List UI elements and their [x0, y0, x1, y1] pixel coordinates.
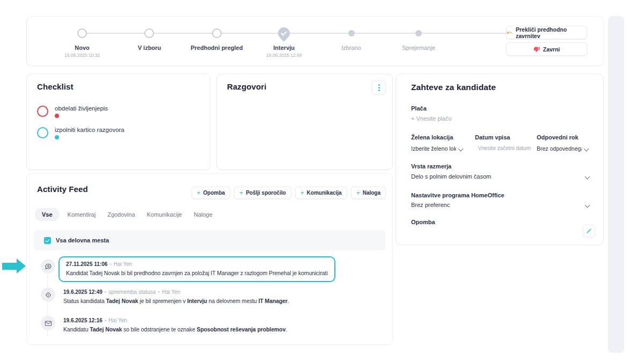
checklist-item-badge — [55, 114, 59, 118]
salary-add-field[interactable]: + Vnesite plačo — [411, 115, 452, 122]
stepper-step-label: Predhodni pregled — [182, 45, 252, 51]
checklist-item-label: obdelati življenjepis — [55, 105, 108, 112]
stepper-step-future[interactable]: Izbrano — [317, 25, 386, 51]
button-label: Naloga — [363, 190, 380, 196]
scrollbar-track[interactable] — [608, 16, 624, 353]
interviews-card: Razgovori — [216, 73, 393, 170]
feed-item[interactable]: 19.6.2025 12:16•Hai YenKandidatu Tadej N… — [63, 317, 287, 333]
checklist-card: Checklist obdelati življenjepisizpolniti… — [26, 73, 210, 170]
plus-icon: + — [239, 189, 243, 197]
checklist-item-body: obdelati življenjepis — [55, 105, 108, 118]
chat-bubble-icon — [41, 259, 55, 274]
tab-komunikacije[interactable]: Komunikacije — [141, 208, 188, 221]
annotation-arrow-icon — [2, 258, 26, 274]
interviews-menu-button[interactable] — [372, 80, 386, 94]
plus-icon: + — [197, 189, 201, 197]
feed-item-meta: Hai Yen — [108, 317, 127, 323]
chevron-down-icon — [584, 146, 589, 151]
chevron-down-icon — [458, 146, 464, 151]
checklist-item[interactable]: izpolniti kartico razgovora — [37, 127, 125, 139]
tab-zgodovina[interactable]: Zgodovina — [101, 208, 141, 221]
add-naloga-button[interactable]: +Naloga — [351, 187, 386, 199]
feed-item-highlighted[interactable]: 27.11.2025 11:06•Hai YenKandidat Tadej N… — [58, 256, 335, 282]
requirements-title: Zahteve za kandidate — [411, 83, 496, 92]
feed-item-date: 27.11.2025 11:06 — [66, 261, 107, 267]
plus-icon: + — [301, 189, 304, 197]
bullet-separator: • — [105, 289, 107, 295]
add-opomba-button[interactable]: +Opomba — [192, 187, 231, 199]
feed-item-date: 19.6.2025 12:16 — [63, 317, 103, 323]
tab-naloge[interactable]: Naloge — [188, 208, 218, 221]
homeoffice-label: Nastavitve programa HomeOffice — [411, 192, 504, 198]
feed-item-header: 27.11.2025 11:06•Hai Yen — [66, 261, 328, 267]
stepper-step-open[interactable]: Novo16.06.2025 10:32 — [47, 25, 117, 58]
stepper-open-dot-icon — [144, 28, 154, 38]
stepper-step-label: V izboru — [114, 45, 184, 51]
plus-icon: + — [356, 189, 360, 197]
pencil-icon — [586, 228, 592, 234]
stepper-dot-wrap — [47, 25, 117, 41]
stepper-open-dot-icon — [77, 28, 87, 38]
stepper-step-label: Sprejemanje — [384, 45, 453, 51]
employment-type-label: Vrsta razmerja — [411, 163, 451, 169]
stepper-step-open[interactable]: Predhodni pregled — [182, 25, 252, 51]
thumbs-down-icon — [533, 46, 540, 53]
stepper-dot-wrap — [384, 25, 453, 41]
candidate-actions: Prekliči predhodno zavrnitev Zavrni — [506, 26, 587, 56]
activity-feed-title: Activity Feed — [37, 184, 88, 194]
button-label: Pošlji sporočilo — [246, 190, 286, 196]
kebab-icon — [378, 87, 380, 88]
activity-tabs: VseKomentirajZgodovinaKomunikacijeNaloge — [35, 208, 218, 221]
check-icon — [281, 29, 287, 35]
start-date-input[interactable]: Vnesite začetni datum — [475, 145, 531, 151]
stepper-open-dot-icon — [212, 28, 222, 38]
all-jobs-label: Vsa delovna mesta — [56, 237, 109, 243]
checklist-circle-icon[interactable] — [37, 127, 48, 138]
stepper-step-future[interactable]: Sprejemanje — [384, 25, 453, 51]
stepper-dot-wrap — [182, 25, 252, 41]
calendar-icon — [475, 145, 475, 151]
feed-item-text: Status kandidata Tadej Novak je bil spre… — [63, 298, 289, 304]
checklist-items: obdelati življenjepisizpolniti kartico r… — [37, 105, 125, 139]
stepper-dot-wrap — [317, 25, 386, 41]
stepper-step-open[interactable]: V izboru — [114, 25, 184, 51]
checklist-circle-icon[interactable] — [37, 106, 48, 117]
stepper-step-label: Intervju — [249, 45, 319, 51]
cancel-prerejection-button[interactable]: Prekliči predhodno zavrnitev — [506, 26, 587, 39]
reject-button[interactable]: Zavrni — [506, 42, 587, 56]
checklist-item-body: izpolniti kartico razgovora — [55, 127, 125, 139]
start-date-column: Datum vpisa Vnesite začetni datum — [475, 134, 531, 151]
interviews-title: Razgovori — [227, 82, 266, 91]
stepper-future-dot-icon — [415, 30, 422, 36]
feed-item[interactable]: 19.6.2025 12:49•sprememba statusa•Hai Ye… — [63, 289, 289, 304]
bullet-separator: • — [109, 261, 112, 267]
notice-period-column: Odpovedni rok Brez odpovednega r — [537, 134, 592, 152]
status-change-icon — [41, 287, 55, 302]
employment-type-select[interactable]: Delo s polnim delovnim časom — [411, 173, 589, 180]
homeoffice-select[interactable]: Brez preferenc — [411, 202, 589, 208]
undo-icon — [507, 29, 513, 36]
stepper-step-current[interactable]: Intervju19.06.2025 12:49 — [249, 25, 319, 58]
notice-period-select[interactable]: Brez odpovednega r — [537, 145, 592, 152]
feed-item-meta: sprememba statusa — [108, 289, 156, 295]
feed-item-date: 19.6.2025 12:49 — [63, 289, 103, 295]
stepper-step-label: Izbrano — [317, 45, 386, 51]
tab-vse[interactable]: Vse — [35, 208, 60, 221]
stepper-step-date: 19.06.2025 12:49 — [249, 53, 319, 58]
add-komunikacija-button[interactable]: +Komunikacija — [295, 187, 347, 199]
stepper-dot-wrap — [249, 25, 319, 41]
cancel-prerejection-label: Prekliči predhodno zavrnitev — [516, 26, 587, 39]
bullet-separator: • — [158, 289, 160, 295]
all-jobs-checkbox[interactable] — [44, 237, 51, 244]
add-po-lji-sporo-ilo-button[interactable]: +Pošlji sporočilo — [234, 187, 291, 199]
chevron-down-icon — [585, 174, 590, 179]
edit-note-button[interactable] — [583, 225, 595, 237]
reject-label: Zavrni — [543, 46, 560, 53]
checklist-item[interactable]: obdelati življenjepis — [37, 105, 125, 118]
location-select[interactable]: Izberite želeno lokac — [411, 145, 467, 152]
location-column: Želena lokacija Izberite želeno lokac — [411, 134, 467, 152]
activity-action-buttons: +Opomba+Pošlji sporočilo+Komunikacija+Na… — [192, 187, 386, 199]
tab-komentiraj[interactable]: Komentiraj — [62, 208, 102, 221]
feed-item-text: Kandidat Tadej Novak bi bil predhodno za… — [66, 270, 328, 276]
envelope-icon — [41, 316, 55, 330]
